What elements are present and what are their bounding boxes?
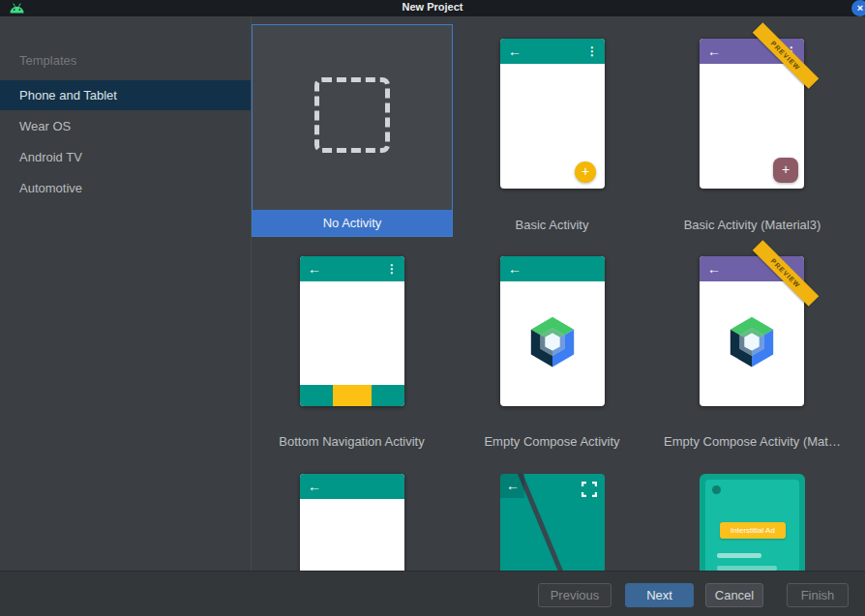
window-title: New Project: [0, 1, 865, 13]
ad-screen: Interstitial Ad: [705, 480, 799, 571]
back-button-box: ←: [500, 474, 524, 498]
jetpack-compose-logo-icon: [723, 312, 781, 370]
back-arrow-icon: ←: [308, 258, 321, 279]
back-arrow-icon: ←: [707, 41, 721, 62]
back-arrow-icon: ←: [506, 475, 520, 496]
title-bar: New Project ×: [0, 0, 865, 16]
template-card-basic-activity-material3[interactable]: ← ⋮ PREVIEW +: [700, 39, 804, 189]
footer-bar: Previous Next Cancel Finish: [0, 571, 865, 616]
back-arrow-icon: ←: [308, 476, 321, 497]
interstitial-ad-chip: Interstitial Ad: [720, 522, 786, 539]
template-card-empty-compose-activity[interactable]: ←: [500, 256, 605, 406]
cancel-button[interactable]: Cancel: [705, 583, 763, 607]
templates-sidebar: Templates Phone and Tablet Wear OS Andro…: [0, 16, 251, 571]
back-arrow-icon: ←: [508, 41, 522, 62]
template-card-bottom-navigation-activity[interactable]: ← ⋮: [300, 256, 404, 406]
card-appbar: ←: [300, 474, 404, 499]
jetpack-compose-logo-icon: [523, 312, 582, 370]
previous-button[interactable]: Previous: [538, 583, 611, 607]
close-button[interactable]: ×: [851, 0, 865, 16]
fab-icon: +: [773, 158, 798, 183]
sidebar-item-automotive[interactable]: Automotive: [0, 173, 251, 203]
dashed-square-icon: [314, 77, 390, 153]
template-card-basic-activity[interactable]: ← ⋮ +: [500, 39, 605, 189]
sidebar-item-wear-os[interactable]: Wear OS: [0, 111, 251, 141]
template-card-empty-compose-activity-material3[interactable]: ← PREVIEW: [700, 256, 804, 406]
template-card-no-activity[interactable]: No Activity: [252, 24, 453, 237]
fullscreen-icon: [582, 482, 597, 497]
card-appbar: ← ⋮: [300, 256, 404, 281]
template-label-basic-activity-material3: Basic Activity (Material3): [652, 218, 852, 232]
placeholder-line: [717, 553, 761, 558]
template-label-bottom-navigation-activity: Bottom Navigation Activity: [252, 434, 452, 449]
bottom-nav-selected-tab: [333, 385, 372, 406]
template-label-empty-compose-activity: Empty Compose Activity: [452, 434, 652, 449]
back-arrow-icon: ←: [508, 258, 522, 279]
template-card-partial-1[interactable]: ←: [300, 474, 404, 571]
template-label-no-activity: No Activity: [253, 210, 452, 236]
finish-button[interactable]: Finish: [787, 583, 849, 607]
template-label-basic-activity: Basic Activity: [452, 218, 652, 232]
card-appbar: ← ⋮: [500, 39, 605, 64]
sidebar-item-android-tv[interactable]: Android TV: [0, 142, 251, 172]
fab-icon: +: [575, 161, 596, 183]
template-label-empty-compose-activity-material3: Empty Compose Activity (Mat…: [652, 434, 852, 449]
template-card-partial-fullscreen[interactable]: ←: [500, 474, 605, 571]
overflow-menu-icon: ⋮: [586, 42, 598, 61]
back-arrow-icon: ←: [707, 258, 721, 279]
card-appbar: ←: [500, 256, 605, 281]
bottom-nav-bar: [300, 385, 404, 406]
template-card-partial-ads[interactable]: Interstitial Ad: [700, 474, 805, 571]
new-project-dialog: New Project × Templates Phone and Tablet…: [0, 0, 865, 616]
sidebar-item-phone-and-tablet[interactable]: Phone and Tablet: [0, 80, 251, 110]
status-dot: [712, 485, 721, 494]
sidebar-header: Templates: [19, 53, 76, 68]
overflow-menu-icon: ⋮: [386, 259, 398, 279]
next-button[interactable]: Next: [625, 583, 694, 607]
template-grid: No Activity ← ⋮ + Basic Activity ← ⋮ PRE…: [252, 16, 865, 571]
